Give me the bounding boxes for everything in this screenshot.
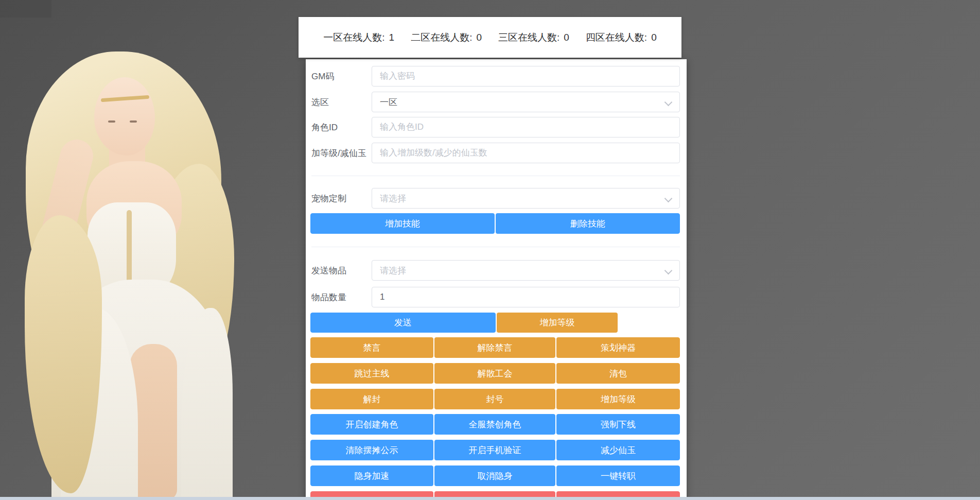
pet-custom-placeholder: 请选择 <box>380 193 406 204</box>
zone3-online-label: 三区在线人数: <box>498 31 559 44</box>
level-jade-row: 加等级/减仙玉 <box>311 143 680 163</box>
hair-shape <box>157 164 234 401</box>
disband-guild-button[interactable]: 解散工会 <box>434 363 555 384</box>
unban-button[interactable]: 解封 <box>310 389 433 409</box>
clear-bag-button[interactable]: 清包 <box>556 363 680 384</box>
background-patch <box>0 0 51 18</box>
hair-shape <box>26 51 221 371</box>
pet-custom-label: 宠物定制 <box>311 193 372 204</box>
send-item-label: 发送物品 <box>311 265 372 277</box>
role-id-input[interactable] <box>372 117 680 137</box>
online-stats: 一区在线人数: 1 二区在线人数: 0 三区在线人数: 0 四区在线人数: 0 <box>323 31 656 44</box>
torso-shape <box>86 161 182 251</box>
one-key-class-change-button[interactable]: 一键转职 <box>556 465 680 486</box>
enable-create-role-button[interactable]: 开启创建角色 <box>310 414 433 435</box>
force-offline-button[interactable]: 强制下线 <box>556 414 680 435</box>
pet-custom-select[interactable]: 请选择 <box>372 188 680 209</box>
send-item-select[interactable]: 请选择 <box>372 260 680 281</box>
gm-code-label: GM码 <box>311 71 372 82</box>
send-item-placeholder: 请选择 <box>380 265 406 277</box>
ban-button[interactable]: 封号 <box>434 389 555 409</box>
gm-panel: GM码 选区 一区 角色ID 加等级/减仙玉 宠物定制 请选择 <box>306 59 687 500</box>
unmute-button[interactable]: 解除禁言 <box>434 337 555 358</box>
add-level-button[interactable]: 增加等级 <box>556 389 680 409</box>
neck-shape <box>109 143 145 179</box>
pet-custom-row: 宠物定制 请选择 <box>311 188 680 209</box>
role-id-row: 角色ID <box>311 117 680 137</box>
cancel-stealth-button[interactable]: 取消隐身 <box>434 465 555 486</box>
online-stats-header: 一区在线人数: 1 二区在线人数: 0 三区在线人数: 0 四区在线人数: 0 <box>299 17 681 58</box>
zone-label: 选区 <box>311 96 372 108</box>
section-divider <box>311 176 680 176</box>
chevron-down-icon <box>664 267 673 275</box>
reduce-jade-button[interactable]: 减少仙玉 <box>556 440 680 460</box>
remove-skill-button[interactable]: 删除技能 <box>496 213 680 234</box>
zone3-online-stat: 三区在线人数: 0 <box>498 31 569 44</box>
zone2-online-stat: 二区在线人数: 0 <box>411 31 482 44</box>
level-jade-label: 加等级/减仙玉 <box>311 147 372 159</box>
dress-shape <box>87 202 176 300</box>
stealth-speed-button[interactable]: 隐身加速 <box>310 465 433 486</box>
eye-shape <box>130 120 137 123</box>
zone-select[interactable]: 一区 <box>372 92 680 112</box>
send-item-row: 发送物品 请选择 <box>311 260 680 281</box>
arm-shape <box>31 136 96 279</box>
zone2-online-value: 0 <box>476 32 482 43</box>
skirt-shape <box>61 308 138 500</box>
hair-shape <box>25 215 102 493</box>
zone1-online-value: 1 <box>389 32 395 43</box>
level-jade-input[interactable] <box>372 143 680 163</box>
primary-button-row: 清除摆摊公示 开启手机验证 减少仙玉 <box>310 440 680 460</box>
dress-trim-shape <box>127 210 132 292</box>
send-button[interactable]: 发送 <box>310 313 496 333</box>
add-skill-button[interactable]: 增加技能 <box>310 213 495 234</box>
zone1-online-label: 一区在线人数: <box>323 31 384 44</box>
eye-shape <box>108 120 115 123</box>
warning-button-row: 跳过主线 解散工会 清包 <box>310 363 680 384</box>
add-level-top-button[interactable]: 增加等级 <box>497 313 618 333</box>
skirt-shape <box>181 308 233 500</box>
character-illustration <box>0 20 329 500</box>
chevron-down-icon <box>664 98 673 107</box>
zone4-online-value: 0 <box>651 32 657 43</box>
clear-stall-notice-button[interactable]: 清除摆摊公示 <box>310 440 433 460</box>
send-button-row: 发送 增加等级 <box>310 313 680 333</box>
bottom-scrollbar[interactable] <box>0 497 980 500</box>
skip-mainline-button[interactable]: 跳过主线 <box>310 363 433 384</box>
primary-button-row: 隐身加速 取消隐身 一键转职 <box>310 465 680 486</box>
gm-code-input[interactable] <box>372 66 680 87</box>
warning-button-row: 禁言 解除禁言 策划神器 <box>310 337 680 358</box>
item-qty-row: 物品数量 <box>311 287 680 307</box>
leg-shape <box>130 344 177 500</box>
section-divider <box>311 247 680 247</box>
zone4-online-label: 四区在线人数: <box>586 31 647 44</box>
zone-select-value: 一区 <box>380 96 397 108</box>
zone4-online-stat: 四区在线人数: 0 <box>586 31 657 44</box>
skirt-shape <box>51 280 226 500</box>
gm-code-row: GM码 <box>311 66 680 87</box>
zone3-online-value: 0 <box>564 32 569 43</box>
page: 一区在线人数: 1 二区在线人数: 0 三区在线人数: 0 四区在线人数: 0 … <box>0 0 980 500</box>
planner-tool-button[interactable]: 策划神器 <box>556 337 680 358</box>
role-id-label: 角色ID <box>311 122 372 133</box>
tiara-shape <box>101 95 149 102</box>
warning-button-row: 解封 封号 增加等级 <box>310 389 680 409</box>
zone-row: 选区 一区 <box>311 92 680 112</box>
chevron-down-icon <box>664 195 673 203</box>
enable-phone-verify-button[interactable]: 开启手机验证 <box>434 440 555 460</box>
zone2-online-label: 二区在线人数: <box>411 31 472 44</box>
mute-button[interactable]: 禁言 <box>310 337 433 358</box>
item-qty-input[interactable] <box>372 287 680 307</box>
skill-button-row: 增加技能 删除技能 <box>310 213 680 234</box>
forbid-create-role-button[interactable]: 全服禁创角色 <box>434 414 555 435</box>
item-qty-label: 物品数量 <box>311 291 372 303</box>
primary-button-row: 开启创建角色 全服禁创角色 强制下线 <box>310 414 680 435</box>
face-shape <box>94 77 155 156</box>
zone1-online-stat: 一区在线人数: 1 <box>323 31 394 44</box>
